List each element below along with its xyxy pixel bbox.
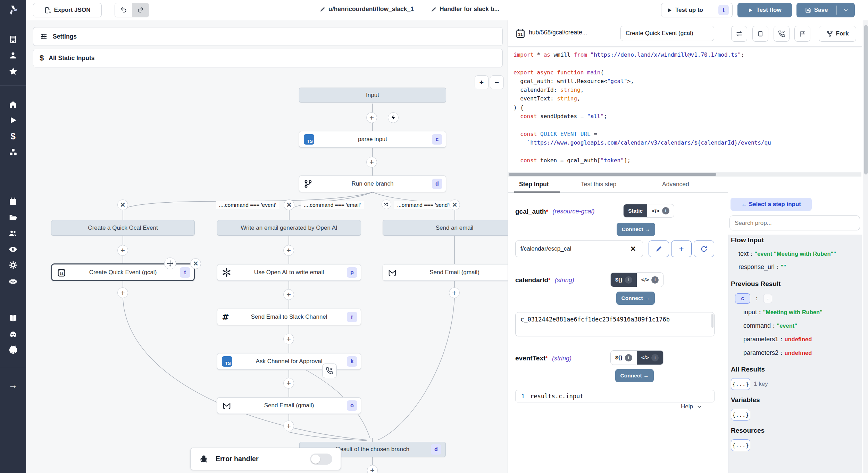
branch-header-send[interactable]: Send an email bbox=[383, 220, 526, 236]
sidebar-item-discord[interactable] bbox=[0, 326, 26, 342]
add-step-button[interactable]: + bbox=[283, 378, 294, 389]
node-send-slack[interactable]: # Send Email to Slack Channel r bbox=[217, 309, 361, 325]
refresh-resource-button[interactable] bbox=[694, 240, 714, 257]
undo-button[interactable] bbox=[115, 3, 132, 17]
code-hscrollbar-thumb[interactable] bbox=[509, 173, 716, 176]
test-up-to-button[interactable]: Test up to t bbox=[661, 3, 733, 17]
branch-header-openai[interactable]: Write an email generated by Open AI bbox=[217, 220, 361, 236]
calendar-id-mode-toggle[interactable]: ${}i </>i bbox=[610, 272, 663, 287]
add-step-button[interactable]: + bbox=[366, 157, 377, 168]
info-icon[interactable]: i bbox=[651, 354, 659, 361]
toggle-template[interactable]: ${}i bbox=[611, 351, 637, 365]
save-dropdown-button[interactable] bbox=[837, 7, 855, 13]
stop-after-icon[interactable] bbox=[752, 26, 768, 42]
prop-row[interactable]: parameters1:undefined bbox=[743, 336, 812, 343]
info-icon[interactable]: i bbox=[625, 276, 632, 284]
step-name-input[interactable] bbox=[620, 26, 714, 41]
sidebar-item-variables[interactable]: $ bbox=[0, 128, 26, 144]
delete-branch-button[interactable]: ✕ bbox=[117, 199, 128, 210]
shuffle-branches-icon[interactable] bbox=[382, 199, 391, 209]
prop-row[interactable]: response_url:"" bbox=[738, 263, 786, 271]
panel-vscrollbar[interactable] bbox=[863, 20, 868, 473]
add-resource-button[interactable]: + bbox=[671, 240, 692, 257]
calendar-id-connect-button[interactable]: Connect → bbox=[616, 292, 655, 305]
windmill-logo[interactable] bbox=[0, 0, 26, 20]
event-text-mode-toggle[interactable]: ${}i </>i bbox=[610, 350, 663, 365]
object-pill[interactable]: {...} bbox=[731, 409, 750, 421]
clear-resource-icon[interactable]: ✕ bbox=[630, 245, 636, 253]
node-send-gmail-direct[interactable]: Send Email (gmail) bbox=[383, 264, 526, 281]
error-handler-toggle[interactable] bbox=[310, 454, 332, 465]
sidebar-item-workspace[interactable] bbox=[0, 31, 26, 47]
code-hscrollbar[interactable] bbox=[508, 172, 861, 177]
edit-resource-button[interactable] bbox=[649, 240, 669, 257]
sidebar-item-home[interactable] bbox=[0, 96, 26, 112]
add-step-button[interactable]: + bbox=[283, 421, 294, 431]
node-parse-input[interactable]: TS parse input c bbox=[299, 131, 446, 148]
sidebar-item-favorites[interactable] bbox=[0, 63, 26, 79]
sidebar-item-user[interactable] bbox=[0, 47, 26, 63]
sidebar-item-github[interactable] bbox=[0, 342, 26, 358]
add-step-button[interactable]: + bbox=[366, 112, 377, 123]
sidebar-item-docs[interactable] bbox=[0, 310, 26, 326]
sidebar-expand-button[interactable]: → bbox=[0, 377, 26, 393]
toggle-static[interactable]: Static bbox=[624, 204, 647, 217]
export-json-button[interactable]: Export JSON bbox=[33, 3, 102, 17]
add-step-button[interactable]: + bbox=[367, 465, 378, 473]
prop-row[interactable]: text:"event "Meeting with Ruben"" bbox=[738, 250, 836, 258]
sidebar-item-runs[interactable] bbox=[0, 112, 26, 128]
event-text-connect-button[interactable]: Connect → bbox=[615, 369, 654, 382]
info-icon[interactable]: i bbox=[662, 207, 669, 214]
test-flow-button[interactable]: Test flow bbox=[737, 3, 792, 17]
panel-vscrollbar-thumb[interactable] bbox=[864, 25, 868, 174]
hub-script-path[interactable]: hub/568/gcal/create... bbox=[529, 29, 587, 36]
object-pill[interactable]: {...} bbox=[731, 439, 750, 451]
gcal-auth-resource-input[interactable] bbox=[515, 240, 643, 257]
node-ask-approval[interactable]: TS Ask Channel for Approval k bbox=[217, 353, 361, 370]
add-step-button[interactable]: + bbox=[283, 334, 294, 344]
node-flow-input[interactable]: Input bbox=[299, 88, 446, 103]
node-use-openai[interactable]: Use Open AI to write email p bbox=[217, 264, 361, 281]
calendar-id-value-editor[interactable]: c_0312442e881ae6fcf1dec23f54916a389f1c17… bbox=[515, 312, 715, 336]
toggle-code[interactable]: </>i bbox=[637, 351, 663, 365]
object-pill[interactable]: {...} bbox=[731, 378, 750, 390]
field-vscrollbar[interactable] bbox=[711, 314, 713, 328]
tab-advanced[interactable]: Advanced bbox=[662, 181, 689, 188]
tab-test-this-step[interactable]: Test this step bbox=[581, 181, 616, 188]
collapse-pill[interactable]: - bbox=[763, 294, 772, 303]
move-node-handle[interactable] bbox=[164, 258, 176, 269]
event-text-expr-editor[interactable]: 1 results.c.input bbox=[515, 390, 715, 402]
delete-branch-button[interactable]: ✕ bbox=[284, 199, 294, 210]
info-icon[interactable]: i bbox=[651, 276, 659, 284]
sleep-flag-icon[interactable] bbox=[794, 26, 810, 42]
swap-script-icon[interactable] bbox=[731, 26, 747, 42]
add-step-button[interactable]: + bbox=[117, 287, 128, 298]
settings-bar[interactable]: Settings bbox=[33, 27, 503, 46]
add-step-button[interactable]: + bbox=[449, 287, 460, 298]
toggle-template[interactable]: ${}i bbox=[611, 273, 637, 287]
toggle-code[interactable]: </>i bbox=[637, 273, 663, 287]
suspend-phone-icon[interactable] bbox=[774, 26, 790, 42]
branch-condition-send[interactable]: ...ommand === 'send' bbox=[394, 201, 452, 209]
flow-title[interactable]: Handler for slack b... bbox=[431, 6, 499, 13]
prop-row[interactable]: c : - bbox=[735, 293, 772, 304]
prop-row[interactable]: input:"Meeting with Ruben" bbox=[743, 309, 823, 316]
prop-row[interactable]: parameters2:undefined bbox=[743, 349, 812, 357]
add-step-button[interactable]: + bbox=[283, 289, 294, 300]
code-editor[interactable]: import * as wmill from "https://deno.lan… bbox=[508, 47, 861, 169]
prop-row[interactable]: {...} 1 key bbox=[731, 378, 768, 390]
branch-condition-event[interactable]: ....command === 'event' bbox=[216, 201, 279, 209]
search-prop-input[interactable] bbox=[729, 215, 860, 230]
branch-condition-email[interactable]: ....command === 'email' bbox=[301, 201, 364, 209]
sidebar-item-schedules[interactable] bbox=[0, 193, 26, 209]
sidebar-item-settings[interactable] bbox=[0, 257, 26, 273]
toggle-code[interactable]: </>i bbox=[647, 204, 674, 217]
prop-row[interactable]: command:"event" bbox=[743, 322, 797, 329]
branch-header-gcal[interactable]: Create a Quick Gcal Event bbox=[51, 220, 195, 236]
delete-node-button[interactable]: ✕ bbox=[190, 258, 201, 269]
fork-button[interactable]: Fork bbox=[819, 26, 856, 42]
flow-path[interactable]: u/henricourdent/flow_slack_1 bbox=[319, 6, 414, 13]
zoom-in-button[interactable]: + bbox=[475, 75, 489, 89]
trigger-bolt-icon[interactable] bbox=[388, 112, 399, 123]
save-button[interactable]: Save bbox=[796, 7, 836, 14]
